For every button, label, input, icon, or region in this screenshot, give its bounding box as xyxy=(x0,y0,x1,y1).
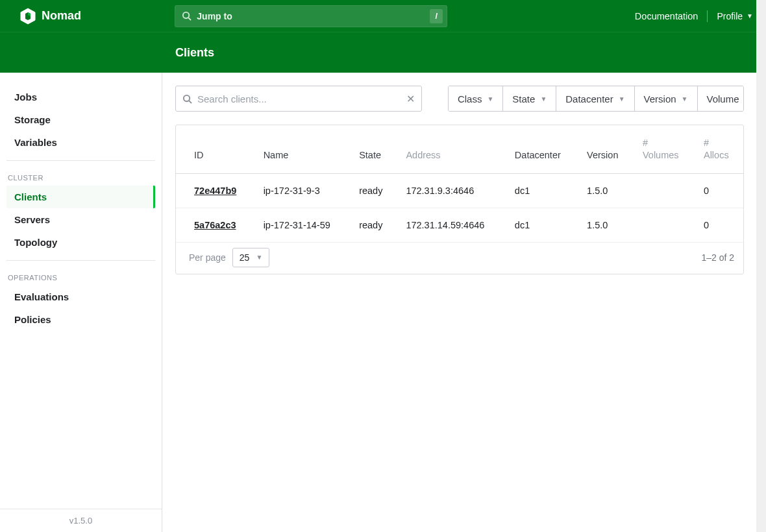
jump-to-label: Jump to xyxy=(197,11,425,21)
nomad-logo-icon xyxy=(19,8,36,25)
per-page-label: Per page xyxy=(189,252,226,263)
col-volumes[interactable]: # Volumes xyxy=(634,125,695,173)
filter-label: Volume xyxy=(707,93,739,104)
page-background xyxy=(756,0,766,532)
col-name[interactable]: Name xyxy=(254,125,350,173)
page-subheader: Clients xyxy=(0,32,766,73)
logo[interactable]: Nomad xyxy=(19,8,81,25)
jump-shortcut-key: / xyxy=(430,9,443,23)
sidebar-section-operations: OPERATIONS xyxy=(0,274,162,285)
sidebar-version: v1.5.0 xyxy=(0,509,162,532)
search-clients-input[interactable] xyxy=(197,93,401,104)
cell-state: ready xyxy=(350,173,397,208)
filter-datacenter[interactable]: Datacenter ▼ xyxy=(556,86,634,111)
svg-point-4 xyxy=(183,12,189,18)
table-footer: Per page 25 ▼ 1–2 of 2 xyxy=(176,243,743,274)
per-page-value: 25 xyxy=(240,252,250,263)
svg-line-5 xyxy=(189,18,192,20)
cell-allocs: 0 xyxy=(695,208,743,242)
clients-table-card: ID Name State Address Datacenter Version… xyxy=(175,125,744,274)
cell-allocs: 0 xyxy=(695,173,743,208)
client-id-link[interactable]: 5a76a2c3 xyxy=(194,220,236,230)
page-count: 1–2 of 2 xyxy=(701,252,734,263)
filter-label: Version xyxy=(644,93,676,104)
table-row[interactable]: 5a76a2c3 ip-172-31-14-59 ready 172.31.14… xyxy=(176,208,743,242)
col-version[interactable]: Version xyxy=(578,125,634,173)
cell-address: 172.31.14.59:4646 xyxy=(397,208,505,242)
sidebar: Jobs Storage Variables CLUSTER Clients S… xyxy=(0,73,162,532)
profile-label: Profile xyxy=(717,11,743,21)
caret-down-icon: ▼ xyxy=(619,95,625,103)
sidebar-item-variables[interactable]: Variables xyxy=(6,131,155,154)
col-address[interactable]: Address xyxy=(397,125,505,173)
table-row[interactable]: 72e447b9 ip-172-31-9-3 ready 172.31.9.3:… xyxy=(176,173,743,208)
cell-name: ip-172-31-9-3 xyxy=(254,173,350,208)
filter-class[interactable]: Class ▼ xyxy=(449,86,503,111)
per-page-select[interactable]: 25 ▼ xyxy=(232,248,269,267)
sidebar-item-topology[interactable]: Topology xyxy=(6,231,155,254)
filter-group: Class ▼ State ▼ Datacenter ▼ Version ▼ V… xyxy=(448,86,744,112)
cell-version: 1.5.0 xyxy=(578,173,634,208)
svg-point-6 xyxy=(184,95,190,101)
cell-address: 172.31.9.3:4646 xyxy=(397,173,505,208)
caret-down-icon: ▼ xyxy=(682,95,688,103)
caret-down-icon: ▼ xyxy=(256,254,262,261)
sidebar-item-storage[interactable]: Storage xyxy=(6,108,155,131)
filter-label: Class xyxy=(458,93,482,104)
cell-volumes xyxy=(634,208,695,242)
svg-line-7 xyxy=(189,101,192,103)
client-id-link[interactable]: 72e447b9 xyxy=(194,186,236,196)
sidebar-item-clients[interactable]: Clients xyxy=(6,186,155,208)
col-state[interactable]: State xyxy=(350,125,397,173)
caret-down-icon: ▼ xyxy=(540,95,547,103)
jump-to-button[interactable]: Jump to / xyxy=(175,5,447,27)
caret-down-icon: ▼ xyxy=(487,95,493,103)
col-datacenter[interactable]: Datacenter xyxy=(506,125,578,173)
search-icon xyxy=(182,94,192,104)
sidebar-item-evaluations[interactable]: Evaluations xyxy=(6,285,155,308)
topbar-divider xyxy=(707,10,708,22)
cell-version: 1.5.0 xyxy=(578,208,634,242)
main-content: ✕ Class ▼ State ▼ Datacenter ▼ Version xyxy=(162,73,766,532)
clear-search-icon[interactable]: ✕ xyxy=(406,93,415,105)
filter-label: State xyxy=(512,93,535,104)
cell-datacenter: dc1 xyxy=(506,208,578,242)
sidebar-item-jobs[interactable]: Jobs xyxy=(6,86,155,108)
clients-table: ID Name State Address Datacenter Version… xyxy=(176,125,743,243)
filter-volume[interactable]: Volume ▼ xyxy=(698,86,744,111)
filter-label: Datacenter xyxy=(565,93,613,104)
cell-datacenter: dc1 xyxy=(506,173,578,208)
search-icon xyxy=(182,11,192,21)
cell-volumes xyxy=(634,173,695,208)
cell-name: ip-172-31-14-59 xyxy=(254,208,350,242)
sidebar-item-servers[interactable]: Servers xyxy=(6,208,155,231)
col-id[interactable]: ID xyxy=(176,125,254,173)
caret-down-icon: ▼ xyxy=(747,12,753,19)
sidebar-section-cluster: CLUSTER xyxy=(0,174,162,186)
search-clients-box[interactable]: ✕ xyxy=(175,86,422,112)
filter-state[interactable]: State ▼ xyxy=(503,86,556,111)
documentation-link[interactable]: Documentation xyxy=(635,11,698,21)
brand-name: Nomad xyxy=(42,9,81,23)
page-title: Clients xyxy=(175,46,214,60)
profile-menu[interactable]: Profile ▼ xyxy=(717,11,753,21)
sidebar-item-policies[interactable]: Policies xyxy=(6,308,155,331)
col-allocs[interactable]: # Allocs xyxy=(695,125,743,173)
filter-version[interactable]: Version ▼ xyxy=(635,86,698,111)
sidebar-separator xyxy=(6,160,155,161)
toolbar: ✕ Class ▼ State ▼ Datacenter ▼ Version xyxy=(175,86,744,112)
sidebar-separator xyxy=(6,260,155,261)
topbar: Nomad Jump to / Documentation Profile ▼ xyxy=(0,0,766,32)
cell-state: ready xyxy=(350,208,397,242)
